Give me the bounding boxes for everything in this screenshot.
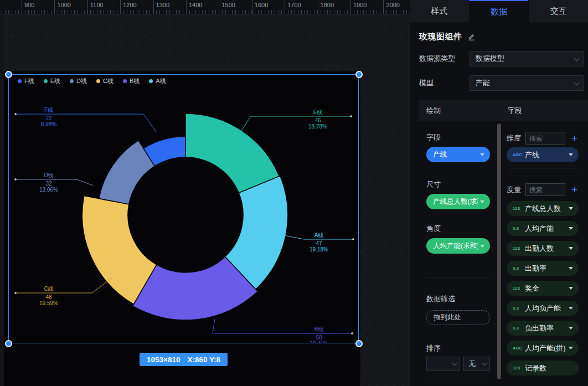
field-name: 产线总人数 — [525, 204, 566, 214]
tab-style[interactable]: 样式 — [410, 0, 469, 22]
ruler-label: 1400 — [189, 2, 202, 8]
slice-percent: 19.59% — [39, 300, 58, 306]
ruler-label: 900 — [24, 2, 34, 8]
ruler-label: 1800 — [321, 2, 334, 8]
field-name: 产线 — [525, 150, 566, 160]
resize-handle-top-left[interactable] — [5, 71, 12, 78]
chevron-down-icon[interactable] — [569, 227, 573, 230]
legend-dot-icon — [70, 79, 74, 83]
size-position-badge: 1053×810 X:860 Y:8 — [140, 353, 228, 366]
ruler-major-tick — [22, 0, 22, 14]
divider — [507, 168, 579, 168]
slice-percent: 19.18% — [310, 246, 328, 253]
label-leader-line — [16, 179, 93, 186]
size-section-label: 尺寸 — [426, 179, 490, 189]
chevron-down-icon[interactable] — [569, 287, 573, 290]
measure-field-pill[interactable]: 0.3人均负产能 — [507, 301, 579, 316]
model-label: 模型 — [419, 78, 470, 88]
model-select[interactable]: 产能 — [470, 75, 584, 91]
field-type-icon: 0.3 — [513, 326, 525, 331]
field-type-icon: 123 — [513, 206, 525, 211]
legend-item: B线 — [123, 77, 140, 85]
slice-name: C线 — [44, 286, 53, 292]
design-canvas[interactable]: 9001000110012001300140015001600170018001… — [0, 0, 410, 386]
ruler-label: 1000 — [57, 2, 70, 8]
measure-field-pill[interactable]: 123记录数 — [507, 361, 579, 375]
chevron-down-icon[interactable] — [569, 247, 573, 250]
legend-item: D线 — [70, 77, 87, 85]
ruler-minor-ticks — [2, 10, 410, 14]
sort-field-select[interactable] — [426, 357, 460, 371]
dimension-field-pill[interactable]: ABC产线 — [507, 147, 579, 162]
legend-item: E线 — [44, 77, 60, 85]
legend-dot-icon — [123, 79, 127, 83]
field-select[interactable]: 产线 — [426, 147, 490, 162]
datasource-type-value: 数据模型 — [476, 54, 504, 64]
field-name: 出勤人数 — [525, 244, 566, 254]
dimension-label: 维度 — [507, 133, 525, 143]
tab-interaction[interactable]: 交互 — [528, 0, 588, 22]
field-name: 奖金 — [525, 284, 566, 294]
panel-scrollbar[interactable] — [497, 123, 501, 379]
sort-order-select[interactable]: 无 — [463, 357, 490, 371]
measure-label: 度量 — [507, 185, 525, 195]
slice-value: 46 — [314, 117, 321, 123]
label-leader-line — [241, 116, 351, 131]
sort-label: 排序 — [426, 343, 490, 353]
resize-handle-bottom-left[interactable] — [5, 340, 12, 347]
measure-search-input[interactable] — [525, 183, 565, 196]
measure-field-pill[interactable]: 0.3负出勤率 — [507, 321, 579, 336]
legend-item: C线 — [96, 77, 114, 85]
add-measure-button[interactable]: + — [570, 184, 579, 195]
datasource-type-select[interactable]: 数据模型 — [470, 51, 584, 66]
chevron-down-icon — [480, 153, 484, 156]
chevron-down-icon[interactable] — [569, 347, 573, 349]
legend-label: D线 — [76, 77, 87, 85]
chevron-down-icon[interactable] — [569, 327, 573, 330]
resize-handle-top-right[interactable] — [355, 71, 363, 78]
field-type-icon: 123 — [513, 286, 525, 291]
data-filter-label: 数据筛选 — [426, 294, 490, 304]
tab-data[interactable]: 数据 — [469, 0, 529, 22]
field-type-icon: 123 — [513, 246, 525, 251]
divider — [426, 383, 490, 383]
measure-field-pill[interactable]: 0.3人均产能 — [507, 221, 579, 236]
field-type-icon: ABC — [513, 346, 525, 351]
config-panel: 样式 数据 交互 玫瑰图组件 数据源类型 数据模型 模型 — [410, 0, 588, 386]
angle-select[interactable]: 人均产能(求和) — [426, 238, 490, 254]
slice-name: B线 — [314, 326, 324, 332]
tab-draw[interactable]: 绘制 — [419, 106, 497, 116]
chevron-down-icon[interactable] — [569, 267, 573, 270]
field-type-icon: 0.3 — [513, 266, 525, 271]
resize-handle-bottom-right[interactable] — [355, 340, 363, 347]
label-leader-line — [16, 278, 112, 293]
chevron-down-icon[interactable] — [569, 153, 573, 156]
rose-chart-component[interactable]: F线E线D线C线B线A线 F线228.98%E线4618.78%D线3213.0… — [8, 74, 359, 343]
measure-field-pill[interactable]: 123出勤人数 — [507, 241, 579, 256]
slice-value: 32 — [45, 181, 52, 187]
chevron-down-icon[interactable] — [569, 207, 573, 210]
size-select[interactable]: 产线总人数(求和) — [426, 194, 490, 209]
chevron-down-icon[interactable] — [569, 307, 573, 310]
legend-dot-icon — [18, 79, 22, 83]
angle-value: 人均产能(求和) — [433, 241, 478, 251]
measure-field-pill[interactable]: 0.3出勤率 — [507, 261, 579, 276]
chevron-down-icon — [452, 361, 457, 366]
ruler-major-tick — [120, 0, 121, 14]
edit-icon[interactable] — [467, 33, 476, 41]
ruler-label: 1300 — [156, 2, 169, 8]
measure-field-pill[interactable]: 123奖金 — [507, 281, 579, 296]
component-title: 玫瑰图组件 — [419, 32, 462, 42]
angle-section-label: 角度 — [426, 224, 490, 234]
dimension-search-input[interactable] — [525, 132, 565, 145]
filter-placeholder: 拖到此处 — [434, 313, 461, 322]
measure-field-pill[interactable]: ABC人均产能(拼) — [507, 341, 579, 356]
measure-field-pill[interactable]: 123产线总人数 — [507, 201, 579, 216]
chevron-down-icon — [574, 56, 580, 61]
slice-value: 48 — [45, 294, 52, 300]
legend-label: E线 — [50, 77, 60, 85]
tab-fields[interactable]: 字段 — [497, 106, 522, 116]
filter-drop-zone[interactable]: 拖到此处 — [426, 310, 490, 325]
add-dimension-button[interactable]: + — [570, 133, 579, 143]
field-value: 产线 — [433, 150, 478, 159]
